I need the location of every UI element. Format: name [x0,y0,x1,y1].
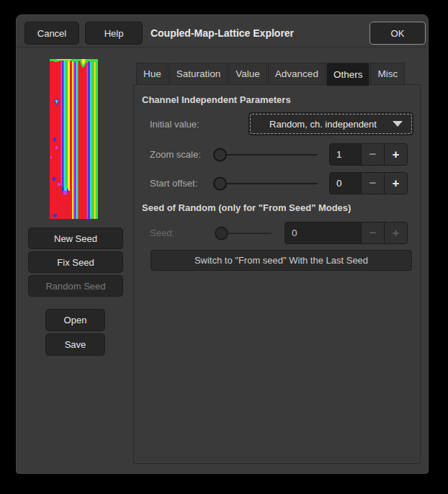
minus-icon: − [361,222,385,244]
section-title-seed-of-random: Seed of Random (only for "From Seed" Mod… [142,202,351,213]
plus-icon: + [384,222,408,244]
zoom-scale-input[interactable]: 1 [329,143,362,166]
random-seed-button: Random Seed [28,275,123,297]
tab-others[interactable]: Others [326,63,370,86]
tab-advanced[interactable]: Advanced [268,63,326,84]
slider-track [220,154,318,156]
slider-track [221,233,272,234]
plus-icon[interactable]: + [384,143,408,166]
start-offset-label: Start offset: [150,172,197,194]
slider-handle[interactable] [213,148,227,162]
seed-label: Seed: [150,222,174,244]
chevron-down-icon [393,121,403,127]
initial-value-row: Initial value: Random, ch. independent [134,112,420,135]
minus-icon[interactable]: − [361,143,385,166]
start-offset-spinner: 0 − + [329,172,408,194]
cancel-button[interactable]: Cancel [24,22,79,45]
screen: Cancel Help Coupled-Map-Lattice Explorer… [0,0,448,494]
fix-seed-button[interactable]: Fix Seed [28,251,123,273]
start-offset-slider[interactable] [213,172,318,195]
tab-strip: Hue Saturation Value Advanced Others Mis… [136,63,406,84]
tab-saturation[interactable]: Saturation [169,63,228,84]
initial-value-selected: Random, ch. independent [269,119,377,130]
seed-slider [215,222,272,245]
seed-row: Seed: 0 − + [134,222,420,244]
slider-handle [215,227,228,241]
section-title-channel-independent: Channel Independent Parameters [142,94,291,105]
start-offset-row: Start offset: 0 − + [134,172,420,194]
open-button[interactable]: Open [45,309,105,331]
others-tab-panel: Channel Independent Parameters Initial v… [133,84,421,464]
zoom-scale-slider[interactable] [213,143,318,166]
plus-icon[interactable]: + [384,172,408,194]
tab-hue[interactable]: Hue [136,63,169,84]
tab-value[interactable]: Value [228,63,267,84]
initial-value-dropdown[interactable]: Random, ch. independent [248,112,413,135]
zoom-scale-row: Zoom scale: 1 − + [134,143,420,166]
new-seed-button[interactable]: New Seed [28,228,123,249]
seed-spinner: 0 − + [285,222,408,244]
ok-button[interactable]: OK [369,22,426,45]
zoom-scale-label: Zoom scale: [150,143,201,166]
help-button[interactable]: Help [85,22,143,45]
initial-value-label: Initial value: [150,112,200,135]
save-button[interactable]: Save [45,333,105,356]
seed-input: 0 [285,222,362,244]
tab-misc[interactable]: Misc [370,63,405,84]
slider-handle[interactable] [213,177,227,191]
cml-explorer-dialog: Cancel Help Coupled-Map-Lattice Explorer… [16,14,429,474]
slider-track [220,183,318,184]
zoom-scale-spinner: 1 − + [329,143,408,166]
switch-to-from-seed-button[interactable]: Switch to "From seed" With the Last Seed [151,250,412,271]
start-offset-input[interactable]: 0 [329,172,362,194]
dialog-header: Cancel Help Coupled-Map-Lattice Explorer… [17,15,428,48]
minus-icon[interactable]: − [361,172,385,194]
preview-image [50,59,98,219]
dialog-title: Coupled-Map-Lattice Explorer [151,22,294,45]
